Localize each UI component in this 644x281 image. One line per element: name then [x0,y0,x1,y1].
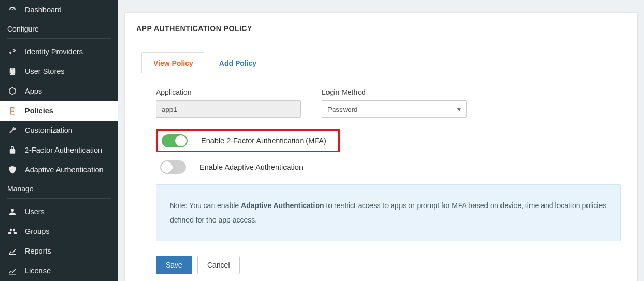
divider [7,38,111,39]
sidebar-item-users[interactable]: Users [0,202,118,221]
sidebar-item-reports[interactable]: Reports [0,241,118,261]
chart-icon [7,246,18,256]
toggle-row-adaptive: Enable Adaptive Authentication [156,160,626,174]
sidebar-item-label: Users [25,208,45,216]
tab-add-policy[interactable]: Add Policy [207,52,268,73]
toggle-knob [161,161,173,173]
highlight-box: Enable 2-Factor Authentication (MFA) [156,129,340,152]
sidebar-item-dashboard[interactable]: Dashboard [0,0,118,20]
save-button[interactable]: Save [156,256,192,274]
sidebar-item-label: License [25,267,51,275]
lock-icon [7,145,18,155]
field-login-method: Login Method Password ▼ [322,88,467,118]
sidebar-item-label: Adaptive Authentication [25,166,104,174]
mfa-toggle[interactable] [162,134,188,147]
info-note: Note: You can enable Adaptive Authentica… [156,184,621,241]
sidebar-item-label: 2-Factor Authentication [25,146,102,154]
login-method-select-wrap: Password ▼ [322,100,467,118]
sidebar-item-label: User Stores [25,67,65,76]
sidebar-item-license[interactable]: License [0,261,118,280]
sidebar-item-customization[interactable]: Customization [0,121,118,140]
sidebar-item-two-factor[interactable]: 2-Factor Authentication [0,140,118,160]
database-icon [7,67,18,76]
sidebar-item-label: Dashboard [25,6,62,14]
sidebar-item-label: Policies [25,107,53,115]
login-method-select[interactable]: Password [322,100,467,118]
swap-icon [7,47,18,56]
cube-icon [7,86,18,96]
note-prefix: Note: You can enable [170,201,241,210]
user-icon [7,207,18,216]
sidebar-section-manage: Manage [0,180,118,196]
note-bold: Adaptive Authentication [241,201,324,210]
sidebar-item-user-stores[interactable]: User Stores [0,62,118,81]
application-input[interactable] [156,100,301,118]
sidebar-item-label: Identity Providers [25,48,83,56]
application-label: Application [156,88,301,96]
panel-body: View Policy Add Policy Application Login… [125,52,637,281]
sidebar-item-apps[interactable]: Apps [0,81,118,101]
sidebar-item-policies[interactable]: Policies [0,101,118,121]
mfa-toggle-label: Enable 2-Factor Authentication (MFA) [201,137,326,145]
sidebar-item-label: Reports [25,247,51,255]
tab-view-policy[interactable]: View Policy [141,52,205,73]
policy-form: Application Login Method Password ▼ [136,88,626,274]
field-application: Application [156,88,301,118]
form-row: Application Login Method Password ▼ [156,88,626,118]
adaptive-toggle-label: Enable Adaptive Authentication [199,163,303,171]
sidebar-section-configure: Configure [0,20,118,36]
sidebar-item-identity-providers[interactable]: Identity Providers [0,42,118,62]
cancel-button[interactable]: Cancel [197,256,240,274]
sidebar-item-label: Customization [25,126,73,135]
panel-title: APP AUTHENTICATION POLICY [125,13,637,43]
divider [7,198,111,199]
sidebar-item-label: Groups [25,227,50,235]
sidebar-item-label: Apps [25,87,42,95]
toggle-knob [175,135,187,146]
chart-icon [7,266,18,275]
sidebar-item-adaptive[interactable]: Adaptive Authentication [0,160,118,180]
button-row: Save Cancel [156,256,626,274]
policy-tabs: View Policy Add Policy [141,52,626,73]
wrench-icon [7,126,18,135]
users-icon [7,227,18,236]
sidebar-item-groups[interactable]: Groups [0,221,118,241]
dashboard-icon [7,5,18,14]
document-icon [7,106,18,115]
main-content: APP AUTHENTICATION POLICY View Policy Ad… [118,0,644,281]
shield-icon [7,165,18,174]
sidebar: Dashboard Configure Identity Providers U… [0,0,118,281]
login-method-label: Login Method [322,88,467,96]
adaptive-toggle[interactable] [160,160,186,174]
toggle-row-mfa: Enable 2-Factor Authentication (MFA) [156,129,626,152]
panel-auth-policy: APP AUTHENTICATION POLICY View Policy Ad… [124,12,638,281]
